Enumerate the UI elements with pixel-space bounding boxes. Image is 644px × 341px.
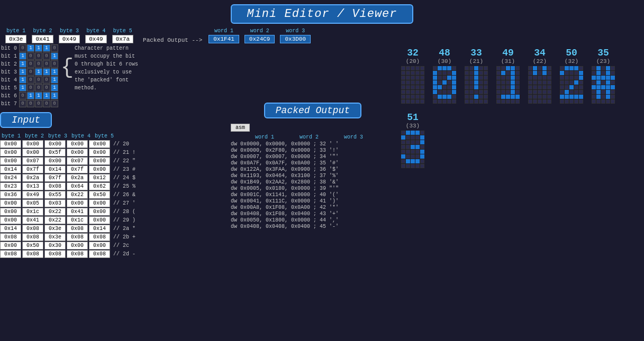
- px-5-5-2: [569, 90, 574, 94]
- px-1-6-3: [447, 95, 451, 99]
- px-5-5-4: [579, 90, 583, 94]
- px-5-2-0: [560, 76, 564, 80]
- px-2-0-3: [479, 66, 483, 70]
- comment-col-header: [116, 133, 143, 139]
- px-6-1-4: [611, 71, 615, 75]
- px-6-3-2: [601, 80, 605, 85]
- px-4-5-0: [528, 90, 532, 94]
- px-0-3-3: [415, 80, 420, 85]
- input-cell-5-4: 0x62: [89, 182, 110, 190]
- input-cell-10-0: 0x14: [0, 225, 21, 233]
- input-data-row-4: 0x240x2a0x7f0x2a0x12// 24 $: [0, 174, 228, 182]
- input-cell-5-2: 0x08: [44, 182, 66, 190]
- px-7-4-1: [406, 150, 410, 154]
- input-cell-4-4: 0x12: [89, 174, 110, 182]
- px-7-5-2: [411, 154, 415, 159]
- input-cell-1-2: 0x5f: [44, 149, 66, 156]
- word-label-1: word 2: [250, 28, 269, 34]
- char-num-3: 49: [502, 48, 514, 58]
- px-5-5-3: [574, 90, 578, 94]
- px-1-1-2: [442, 71, 447, 75]
- px-2-3-1: [469, 80, 474, 85]
- pixel-grid-0: [401, 66, 424, 104]
- byte-value-0: 0x3e: [5, 35, 26, 43]
- app-title: Mini Editor / Viewer: [231, 4, 413, 24]
- char-num-7: 51: [407, 112, 419, 123]
- px-2-6-3: [479, 95, 483, 99]
- px-1-1-3: [447, 71, 451, 75]
- px-6-7-2: [601, 99, 605, 104]
- input-cell-1-3: 0x00: [67, 149, 88, 156]
- px-4-0-2: [538, 66, 542, 70]
- px-5-7-4: [579, 99, 583, 104]
- px-1-0-1: [438, 66, 442, 70]
- px-4-3-3: [542, 80, 547, 85]
- px-3-5-2: [506, 90, 510, 94]
- px-4-6-2: [538, 95, 542, 99]
- px-0-7-0: [401, 99, 405, 104]
- byte-label-4: byte 5: [113, 28, 132, 34]
- bit-cell-6-3: 1: [43, 92, 50, 99]
- input-cell-12-4: 0x00: [89, 242, 110, 250]
- px-5-6-1: [565, 95, 569, 99]
- px-3-0-1: [501, 66, 505, 70]
- input-comment-8: // 28 (: [111, 209, 135, 215]
- output-col-header-0: word 1: [243, 134, 286, 140]
- px-1-1-1: [438, 71, 442, 75]
- bit-cell-3-2: 1: [35, 68, 42, 76]
- input-cell-11-1: 0x08: [22, 233, 43, 241]
- px-7-1-4: [420, 135, 424, 140]
- output-section: Packed Output asm word 1word 2word 3 dw …: [231, 44, 395, 341]
- px-0-6-3: [415, 95, 420, 99]
- output-data-row-5: dw 0x1193, 0x0464, 0x3100 ; 37 '%': [231, 173, 395, 179]
- word-value-1: 0x24C9: [244, 35, 275, 43]
- bit-cell-7-2: 0: [35, 100, 42, 107]
- input-cell-6-1: 0x49: [22, 191, 43, 199]
- output-data-row-0: dw 0x0000, 0x0000, 0x0000 ; 32 ' ': [231, 141, 395, 147]
- char-sub-7: (33): [406, 123, 420, 129]
- bit-cell-5-4: 1: [51, 84, 58, 91]
- input-cell-5-1: 0x13: [22, 182, 43, 190]
- byte-group-3: byte 4 0x49: [85, 28, 106, 43]
- px-1-7-0: [433, 99, 437, 104]
- char-sub-4: (22): [533, 58, 547, 64]
- px-2-7-0: [465, 99, 469, 104]
- bit-cell-7-0: 0: [19, 100, 26, 107]
- px-0-3-2: [411, 80, 415, 85]
- px-0-5-0: [401, 90, 405, 94]
- input-data-row-8: 0x000x1c0x220x410x00// 28 (: [0, 208, 228, 216]
- px-3-1-1: [501, 71, 505, 75]
- char-item-3: 49(31): [496, 48, 520, 104]
- input-label: Input: [0, 112, 52, 128]
- px-2-2-4: [484, 76, 488, 80]
- px-0-1-4: [420, 71, 424, 75]
- px-3-7-2: [506, 99, 510, 104]
- input-cell-13-2: 0x08: [44, 250, 66, 258]
- input-col-header-1: byte 2: [23, 133, 46, 139]
- asm-tab[interactable]: asm: [231, 124, 250, 132]
- px-2-6-0: [465, 95, 469, 99]
- input-data-row-5: 0x230x130x080x640x62// 25 %: [0, 182, 228, 190]
- px-6-0-2: [601, 66, 605, 70]
- px-5-5-1: [565, 90, 569, 94]
- px-7-0-1: [406, 131, 410, 135]
- output-col-header-2: word 3: [332, 134, 375, 140]
- px-3-3-4: [515, 80, 520, 85]
- px-7-4-2: [411, 150, 415, 154]
- px-2-7-1: [469, 99, 474, 104]
- bit-cell-5-2: 0: [35, 84, 42, 91]
- px-0-5-3: [415, 90, 420, 94]
- px-3-2-0: [496, 76, 501, 80]
- px-2-7-4: [484, 99, 488, 104]
- char-sub-6: (23): [596, 58, 610, 64]
- word-group-2: word 3 0x3D00: [280, 28, 311, 43]
- input-cell-8-4: 0x00: [89, 208, 110, 216]
- px-7-5-1: [406, 154, 410, 159]
- px-1-4-3: [447, 85, 451, 89]
- px-3-5-0: [496, 90, 501, 94]
- output-data-row-7: dw 0x0005, 0x0180, 0x0000 ; 39 "'": [231, 186, 395, 191]
- px-6-0-0: [592, 66, 596, 70]
- bit-cell-4-3: 0: [43, 76, 50, 84]
- px-5-3-2: [569, 80, 574, 85]
- annotation-text: Character pattern must occupy the bit 0 …: [75, 44, 140, 92]
